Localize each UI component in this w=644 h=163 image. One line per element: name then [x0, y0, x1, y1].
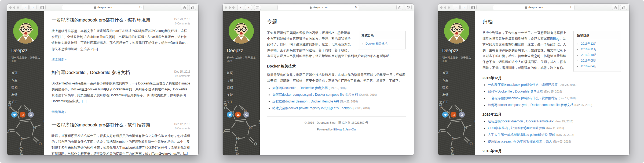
sidebar-item-topics[interactable]: 专题 [11, 77, 44, 84]
topic-section-body: 微服务架构的兴起，带动了容器化技术快速发展。docker作为微服务不可缺少的重要… [267, 72, 406, 84]
forward-button[interactable]: › [460, 5, 467, 10]
article-title-link[interactable]: 一名程序猿的macbook pro都有什么 - 编程环境篇 [52, 17, 150, 23]
forward-button[interactable]: › [30, 5, 36, 10]
address-bar[interactable]: deepzz.com ↻ [62, 5, 144, 10]
rss-icon[interactable] [20, 112, 25, 118]
sidebar-item-links[interactable]: 友链 [442, 91, 475, 98]
read-more-link[interactable]: 继续阅读 » [52, 58, 67, 62]
search-icon[interactable] [243, 112, 249, 118]
article-title-link[interactable]: 一名程序猿的macbook pro都有什么 - 软件推荐篇 [52, 122, 150, 128]
browser-window-topics: ‹ › deepzz.com ↻ Deepzz 积一时之跬步，臻千里之遥程 首页 [223, 4, 414, 155]
blog-sidebar: Deepzz 积一时之跬步，臻千里之遥程 首页 专题 归档 友链 关于 [438, 11, 475, 155]
post-date: (Dec 15, 2016) [544, 90, 562, 93]
page-title: 专题 [267, 18, 406, 25]
eiblog-link[interactable]: Eiblog [334, 128, 342, 131]
twitter-icon[interactable] [11, 112, 17, 118]
post-link[interactable]: 一名程序猿的macbook pro都有什么 - 软件推荐篇 [488, 96, 558, 100]
post-link[interactable]: GDB命令基础，让你的程序bug无处躲藏 [488, 126, 545, 130]
back-button[interactable]: ‹ [453, 5, 460, 10]
traffic-lights[interactable] [9, 6, 19, 9]
sidebar-item-links[interactable]: 友链 [11, 91, 44, 98]
share-icon[interactable] [396, 5, 403, 10]
address-bar[interactable]: deepzz.com ↻ [277, 5, 359, 10]
minimize-window-button[interactable] [229, 6, 231, 9]
post-link[interactable]: 如何写Dockerfile，Dockerfile 参考文档 [488, 90, 543, 93]
tabs-overview-icon[interactable] [620, 5, 627, 10]
toc-link[interactable]: 2016年11月 [581, 48, 597, 51]
zoom-window-button[interactable] [448, 6, 450, 9]
post-link[interactable]: 一名程序猿的macbook pro都有什么 - 编程环境篇 [488, 83, 558, 87]
post-link[interactable]: 入手人生第一款机械键盘lkbc poker61键位 茶轴 [488, 133, 555, 137]
reload-icon[interactable]: ↻ [139, 6, 142, 9]
reload-icon[interactable]: ↻ [570, 6, 573, 9]
sidebar-item-archive[interactable]: 归档 [11, 84, 44, 91]
avatar[interactable] [229, 18, 254, 44]
zoom-window-button[interactable] [232, 6, 235, 9]
avatar[interactable] [13, 18, 38, 44]
reload-icon[interactable]: ↻ [355, 6, 357, 9]
sidebar-toggle-icon[interactable] [254, 5, 261, 10]
zoom-window-button[interactable] [17, 6, 19, 9]
toc-link[interactable]: 2016年12月 [581, 42, 597, 45]
twitter-icon[interactable] [227, 112, 233, 118]
share-icon[interactable] [181, 5, 188, 10]
toc-link[interactable]: 2016年04月 [581, 65, 597, 68]
avatar[interactable] [444, 18, 469, 44]
traffic-lights[interactable] [440, 6, 450, 9]
post-link[interactable]: 如何写docker-compose.yml，Docker compose fil… [272, 93, 358, 97]
article-comments[interactable]: 0 Comments [174, 22, 191, 25]
close-window-button[interactable] [9, 6, 12, 9]
sidebar-item-topics[interactable]: 专题 [442, 77, 475, 84]
url-text: deepzz.com [529, 6, 543, 9]
sidebar-item-home[interactable]: 首页 [227, 69, 260, 77]
topics-page: 专题 预览目录 Docker 相关技术 不知是否遗传了妈妈的爱收拾的习惯，还是性… [260, 11, 414, 155]
toc-link[interactable]: 2016年05月 [581, 59, 597, 62]
post-link[interactable]: 如何写Dockerfile，Dockerfile 参考文档 [272, 86, 328, 90]
rss-icon[interactable] [235, 112, 241, 118]
tabs-overview-icon[interactable] [189, 5, 196, 10]
back-button[interactable]: ‹ [237, 5, 244, 10]
share-icon[interactable] [612, 5, 619, 10]
traffic-lights[interactable] [225, 6, 235, 9]
address-bar[interactable]: deepzz.com ↻ [493, 5, 575, 10]
sidebar-item-home[interactable]: 首页 [11, 69, 44, 77]
toc-item: 2016年12月 [581, 42, 618, 46]
sidebar-toggle-icon[interactable] [39, 5, 46, 10]
post-link[interactable]: 使用Elasticsearch作为本博客搜索引擎，强大 [488, 140, 552, 143]
post-link[interactable]: 搭建安全的docker private registry v2指南(Let's … [272, 106, 352, 110]
tabs-overview-icon[interactable] [405, 5, 412, 10]
sidebar-toggle-icon[interactable] [470, 5, 477, 10]
rss-icon[interactable] [451, 112, 456, 118]
post-link[interactable]: 远程连接docker daemon，Docker Remote API [272, 100, 339, 103]
toc-divider [361, 40, 402, 40]
post-link[interactable]: 远程连接docker daemon，Docker Remote API [488, 119, 554, 123]
toc-link[interactable]: Docker 相关技术 [365, 42, 387, 45]
archive-page: 归档 预览目录 2016年12月 2016年11月 2016年10月 2016年… [475, 11, 629, 155]
search-icon[interactable] [28, 112, 34, 118]
post-list-item: 如何写Dockerfile，Dockerfile 参考文档(Dec 15, 20… [488, 89, 621, 94]
minimize-window-button[interactable] [444, 6, 446, 9]
sidebar-item-archive[interactable]: 归档 [227, 84, 260, 91]
footer-separator: & [342, 128, 345, 131]
close-window-button[interactable] [225, 6, 227, 9]
post-link[interactable]: 如何写docker-compose.yml，Docker compose fil… [488, 103, 573, 107]
sidebar-item-topics[interactable]: 专题 [227, 77, 260, 84]
sidebar-item-archive[interactable]: 归档 [442, 84, 475, 91]
desktop: ‹ › deepzz.com ↻ Deepzz 积一时之跬步，臻千里之遥程 首页 [0, 0, 644, 163]
article-title-link[interactable]: 如何写Dockerfile，Dockerfile 参考文档 [52, 70, 130, 76]
close-window-button[interactable] [440, 6, 442, 9]
read-more-link[interactable]: 继续阅读 » [52, 110, 67, 114]
forward-button[interactable]: › [245, 5, 252, 10]
minimize-window-button[interactable] [13, 6, 15, 9]
sidebar-item-home[interactable]: 首页 [442, 69, 475, 77]
eiblog-link[interactable]: EiBlog [550, 37, 559, 41]
jerryqu-link[interactable]: JerryQu [345, 128, 356, 131]
twitter-icon[interactable] [442, 112, 448, 118]
article-divider [52, 118, 190, 118]
article-comments[interactable]: 0 Comments [174, 127, 191, 130]
toc-link[interactable]: 2016年10月 [581, 53, 597, 56]
back-button[interactable]: ‹ [22, 5, 29, 10]
sidebar-item-links[interactable]: 友链 [227, 91, 260, 98]
search-icon[interactable] [459, 112, 465, 118]
article-comments[interactable]: 0 Comments [174, 75, 191, 77]
